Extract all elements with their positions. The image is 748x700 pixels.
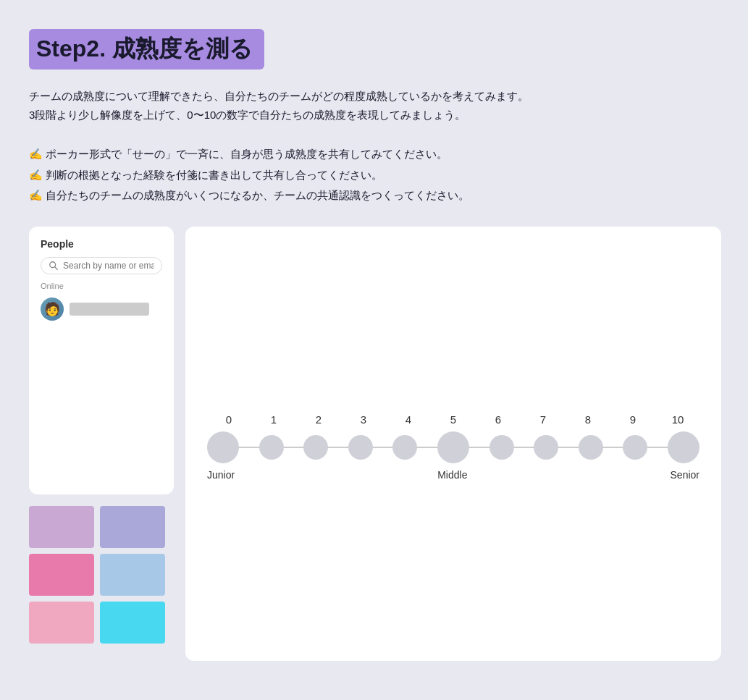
search-box[interactable] <box>41 257 162 274</box>
left-column: People Online 🧑 <box>29 227 174 661</box>
sticky-note-1-0[interactable] <box>29 554 94 596</box>
instructions-block: ✍️ ポーカー形式で「せーの」で一斉に、自身が思う成熟度を共有してみてください。… <box>29 144 719 206</box>
label-middle: Middle <box>437 469 467 481</box>
scale-dot-1[interactable] <box>259 435 284 460</box>
scale-dot-10[interactable] <box>668 431 699 463</box>
scale-container: 0 1 2 3 4 5 6 7 8 9 10 <box>207 413 699 481</box>
scale-labels-row: Junior Middle Senior <box>207 469 699 481</box>
label-senior: Senior <box>671 469 699 481</box>
scale-dot-0[interactable] <box>207 431 239 463</box>
scale-dot-8[interactable] <box>579 435 603 460</box>
instruction-3: ✍️ 自分たちのチームの成熟度がいくつになるか、チームの共通認識をつくってくださ… <box>29 185 719 206</box>
search-input[interactable] <box>63 261 154 271</box>
scale-num-9: 9 <box>611 413 655 426</box>
scale-num-8: 8 <box>566 413 610 426</box>
online-user-row: 🧑 <box>41 298 162 321</box>
sticky-note-1-1[interactable] <box>100 554 165 596</box>
sticky-note-2-0[interactable] <box>29 602 94 644</box>
scale-num-4: 4 <box>387 413 430 426</box>
online-label: Online <box>41 282 162 290</box>
scale-num-10: 10 <box>656 413 699 426</box>
svg-line-1 <box>55 266 58 269</box>
scale-panel: 0 1 2 3 4 5 6 7 8 9 10 <box>185 227 721 661</box>
people-panel-title: People <box>41 238 162 250</box>
scale-numbers-row: 0 1 2 3 4 5 6 7 8 9 10 <box>207 413 699 426</box>
sticky-note-2-1[interactable] <box>100 602 165 644</box>
scale-num-6: 6 <box>476 413 520 426</box>
instruction-1: ✍️ ポーカー形式で「せーの」で一斉に、自身が思う成熟度を共有してみてください。 <box>29 144 719 165</box>
avatar: 🧑 <box>41 298 64 321</box>
scale-dot-5[interactable] <box>437 431 469 463</box>
scale-dot-9[interactable] <box>623 435 647 460</box>
sticky-notes-section <box>29 506 174 644</box>
description-line1: チームの成熟度について理解できたら、自分たちのチームがどの程度成熟しているかを考… <box>29 87 719 106</box>
title-wrapper: Step2. 成熟度を測る <box>29 29 264 69</box>
search-icon <box>49 261 59 271</box>
scale-dot-4[interactable] <box>392 435 417 460</box>
page-container: Step2. 成熟度を測る チームの成熟度について理解できたら、自分たちのチーム… <box>0 0 748 690</box>
instruction-2: ✍️ 判断の根拠となった経験を付箋に書き出して共有し合ってください。 <box>29 165 719 186</box>
description-block: チームの成熟度について理解できたら、自分たちのチームがどの程度成熟しているかを考… <box>29 87 719 124</box>
user-name-bar <box>70 303 149 316</box>
sticky-row-1 <box>29 554 174 596</box>
scale-dot-7[interactable] <box>534 435 558 460</box>
main-area: People Online 🧑 <box>29 227 719 661</box>
scale-dot-6[interactable] <box>489 435 514 460</box>
sticky-note-0-0[interactable] <box>29 506 94 548</box>
page-title: Step2. 成熟度を測る <box>36 33 253 65</box>
scale-num-3: 3 <box>342 413 385 426</box>
scale-num-2: 2 <box>297 413 340 426</box>
sticky-row-2 <box>29 602 174 644</box>
scale-num-0: 0 <box>207 413 251 426</box>
scale-dots-row <box>207 431 699 463</box>
scale-dot-2[interactable] <box>303 435 328 460</box>
label-junior: Junior <box>207 469 235 481</box>
scale-num-1: 1 <box>252 413 295 426</box>
scale-dot-3[interactable] <box>348 435 373 460</box>
people-panel: People Online 🧑 <box>29 227 174 494</box>
sticky-note-0-1[interactable] <box>100 506 165 548</box>
sticky-row-0 <box>29 506 174 548</box>
scale-num-5: 5 <box>432 413 475 426</box>
description-line2: 3段階より少し解像度を上げて、0〜10の数字で自分たちの成熟度を表現してみましょ… <box>29 106 719 125</box>
scale-num-7: 7 <box>521 413 565 426</box>
